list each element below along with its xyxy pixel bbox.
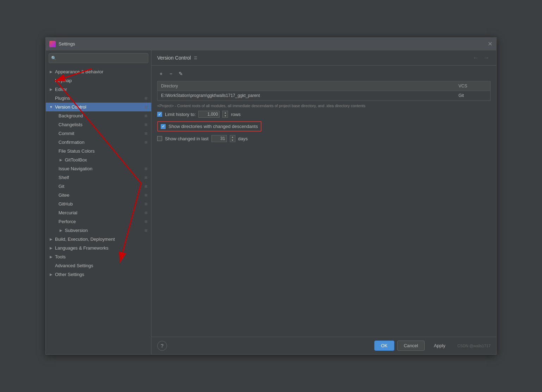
show-changed-input[interactable] bbox=[211, 135, 227, 142]
limit-history-label-before: Limit history to: bbox=[165, 112, 196, 117]
sidebar-item-perforce[interactable]: Perforce ⊞ bbox=[46, 217, 151, 226]
settings-icon: ⊞ bbox=[143, 175, 148, 180]
limit-history-checkbox[interactable] bbox=[157, 112, 162, 117]
main-header: Version Control ☰ ← → bbox=[152, 50, 496, 66]
help-button[interactable]: ? bbox=[157, 341, 167, 351]
nav-back-button[interactable]: ← bbox=[472, 54, 480, 62]
main-content: Version Control ☰ ← → + − ✎ Directory bbox=[152, 50, 496, 354]
sidebar-item-editor[interactable]: ▶ Editor bbox=[46, 85, 151, 94]
note-text: <Project> - Content roots of all modules… bbox=[157, 104, 491, 108]
dialog-body: 🔍 ▶ Appearance & Behavior Keymap ▶ Edito… bbox=[46, 50, 496, 354]
cancel-button[interactable]: Cancel bbox=[397, 341, 425, 351]
settings-icon: ⊞ bbox=[143, 140, 148, 145]
show-changed-label-after: days bbox=[238, 136, 248, 141]
sidebar-item-plugins[interactable]: Plugins ⊞ bbox=[46, 94, 151, 103]
chevron-right-icon: ▶ bbox=[58, 158, 63, 163]
add-button[interactable]: + bbox=[157, 70, 165, 78]
sidebar-tree: ▶ Appearance & Behavior Keymap ▶ Editor … bbox=[46, 66, 151, 354]
sidebar-item-confirmation[interactable]: Confirmation ⊞ bbox=[46, 138, 151, 147]
sidebar-item-version-control[interactable]: ▼ Version Control ⊞ bbox=[46, 103, 151, 111]
show-directories-row-wrapper: Show directories with changed descendant… bbox=[157, 121, 491, 131]
show-directories-highlighted-row: Show directories with changed descendant… bbox=[157, 121, 261, 131]
spacer bbox=[49, 96, 54, 101]
settings-icon: ⊞ bbox=[143, 96, 148, 101]
chevron-right-icon: ▶ bbox=[49, 237, 54, 242]
sidebar-item-shelf[interactable]: Shelf ⊞ bbox=[46, 173, 151, 182]
settings-icon: ⊞ bbox=[143, 114, 148, 118]
column-header-directory: Directory bbox=[161, 84, 458, 88]
settings-icon: ⊞ bbox=[143, 166, 148, 171]
sidebar-item-build-execution[interactable]: ▶ Build, Execution, Deployment bbox=[46, 235, 151, 244]
watermark-text: CSDN @walls1717 bbox=[457, 344, 491, 348]
spacer bbox=[49, 263, 54, 268]
close-button[interactable]: ✕ bbox=[487, 41, 493, 47]
main-title: Version Control ☰ bbox=[157, 55, 197, 61]
sidebar-item-gitee[interactable]: Gitee ⊞ bbox=[46, 191, 151, 200]
limit-history-row: Limit history to: ▲ ▼ rows bbox=[157, 111, 491, 118]
limit-history-input[interactable] bbox=[198, 111, 220, 118]
spacer bbox=[49, 78, 54, 83]
spinner-down-button[interactable]: ▼ bbox=[223, 114, 228, 117]
limit-history-label-after: rows bbox=[231, 112, 240, 117]
sidebar-item-issue-navigation[interactable]: Issue Navigation ⊞ bbox=[46, 164, 151, 173]
settings-icon: ⊞ bbox=[143, 228, 148, 233]
chevron-right-icon: ▶ bbox=[58, 228, 63, 233]
show-changed-row: Show changed in last ▲ ▼ days bbox=[157, 135, 491, 142]
settings-icon: ⊞ bbox=[143, 193, 148, 198]
page-title: Version Control bbox=[157, 55, 191, 61]
show-directories-checkbox[interactable] bbox=[161, 124, 166, 129]
breadcrumb-icon: ☰ bbox=[194, 56, 197, 60]
settings-icon: ⊞ bbox=[143, 202, 148, 207]
settings-dialog: Settings ✕ 🔍 ▶ Appearance & Behavior Key… bbox=[45, 37, 497, 355]
sidebar-item-appearance[interactable]: ▶ Appearance & Behavior bbox=[46, 67, 151, 76]
sidebar-item-gittoolbox[interactable]: ▶ GitToolBox bbox=[46, 155, 151, 164]
sidebar-item-advanced-settings[interactable]: Advanced Settings bbox=[46, 261, 151, 270]
title-bar: Settings ✕ bbox=[46, 38, 496, 50]
nav-arrows: ← → bbox=[472, 54, 491, 62]
toolbar: + − ✎ bbox=[157, 70, 491, 78]
sidebar-item-background[interactable]: Background ⊞ bbox=[46, 111, 151, 120]
sidebar: 🔍 ▶ Appearance & Behavior Keymap ▶ Edito… bbox=[46, 50, 152, 354]
show-changed-checkbox[interactable] bbox=[157, 136, 162, 141]
chevron-right-icon: ▶ bbox=[49, 246, 54, 251]
sidebar-item-git[interactable]: Git ⊞ bbox=[46, 182, 151, 191]
settings-icon: ⊞ bbox=[143, 219, 148, 224]
table-cell-directory: E:\WorkStation\program\ggkt\walls1717_gg… bbox=[161, 93, 458, 98]
sidebar-item-commit[interactable]: Commit ⊞ bbox=[46, 129, 151, 138]
sidebar-item-changelists[interactable]: Changelists ⊞ bbox=[46, 120, 151, 129]
search-icon: 🔍 bbox=[51, 56, 56, 61]
remove-button[interactable]: − bbox=[167, 70, 175, 78]
search-box[interactable]: 🔍 bbox=[49, 53, 148, 63]
spinner-up-button[interactable]: ▲ bbox=[223, 111, 228, 114]
sidebar-item-tools[interactable]: ▶ Tools bbox=[46, 252, 151, 261]
spinner-up-days-button[interactable]: ▲ bbox=[230, 135, 235, 139]
settings-icon: ⊞ bbox=[143, 131, 148, 136]
column-header-vcs: VCS bbox=[458, 84, 487, 88]
chevron-down-icon: ▼ bbox=[49, 105, 54, 110]
settings-icon: ⊞ bbox=[143, 122, 148, 127]
table-cell-vcs: Git bbox=[458, 93, 487, 98]
sidebar-item-github[interactable]: GitHub ⊞ bbox=[46, 200, 151, 208]
apply-button[interactable]: Apply bbox=[427, 341, 452, 350]
sidebar-item-file-status-colors[interactable]: File Status Colors bbox=[46, 147, 151, 155]
chevron-right-icon: ▶ bbox=[49, 272, 54, 277]
app-icon bbox=[49, 41, 56, 47]
sidebar-item-keymap[interactable]: Keymap bbox=[46, 76, 151, 85]
chevron-right-icon: ▶ bbox=[49, 87, 54, 92]
sidebar-item-languages-frameworks[interactable]: ▶ Languages & Frameworks bbox=[46, 244, 151, 252]
table-header: Directory VCS bbox=[158, 81, 490, 91]
sidebar-item-other-settings[interactable]: ▶ Other Settings bbox=[46, 270, 151, 279]
nav-forward-button[interactable]: → bbox=[482, 54, 491, 62]
chevron-right-icon: ▶ bbox=[49, 255, 54, 259]
vcs-table: Directory VCS E:\WorkStation\program\ggk… bbox=[157, 81, 491, 101]
ok-button[interactable]: OK bbox=[374, 341, 394, 351]
main-body: + − ✎ Directory VCS E:\WorkStation\progr… bbox=[152, 66, 496, 337]
table-row[interactable]: E:\WorkStation\program\ggkt\walls1717_gg… bbox=[158, 91, 490, 100]
edit-button[interactable]: ✎ bbox=[177, 70, 185, 78]
sidebar-item-subversion[interactable]: ▶ Subversion ⊞ bbox=[46, 226, 151, 235]
spinner-down-days-button[interactable]: ▼ bbox=[230, 139, 235, 142]
settings-icon: ⊞ bbox=[143, 105, 148, 110]
show-changed-label-before: Show changed in last bbox=[165, 136, 209, 141]
sidebar-item-mercurial[interactable]: Mercurial ⊞ bbox=[46, 208, 151, 217]
search-input[interactable] bbox=[58, 56, 146, 61]
